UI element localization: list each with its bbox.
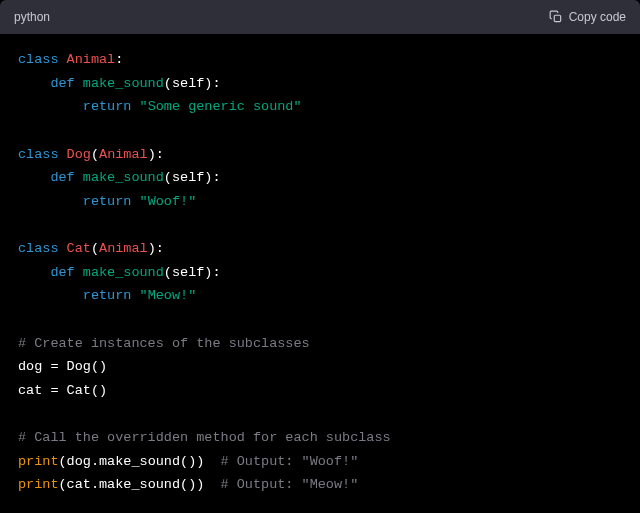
copy-code-button[interactable]: Copy code: [549, 10, 626, 24]
code-line: class Animal:: [18, 48, 622, 72]
code-token: ):: [148, 147, 164, 162]
code-header: python Copy code: [0, 0, 640, 34]
code-token: Animal: [99, 241, 148, 256]
code-line: [18, 213, 622, 237]
code-token: return: [83, 99, 140, 114]
code-token: # Output: "Meow!": [221, 477, 359, 492]
code-token: Animal: [99, 147, 148, 162]
code-block: python Copy code class Animal: def make_…: [0, 0, 640, 513]
code-token: (: [91, 241, 99, 256]
code-token: (: [164, 76, 172, 91]
code-token: ):: [204, 170, 220, 185]
code-token: [18, 265, 50, 280]
code-token: (dog.make_sound()): [59, 454, 221, 469]
code-line: return "Woof!": [18, 190, 622, 214]
code-line: def make_sound(self):: [18, 72, 622, 96]
code-line: [18, 402, 622, 426]
code-token: [18, 76, 50, 91]
code-token: make_sound: [83, 265, 164, 280]
code-token: [18, 194, 83, 209]
code-token: make_sound: [83, 170, 164, 185]
code-token: ):: [148, 241, 164, 256]
copy-code-label: Copy code: [569, 10, 626, 24]
code-token: (: [164, 265, 172, 280]
code-token: self: [172, 76, 204, 91]
code-line: def make_sound(self):: [18, 261, 622, 285]
code-body[interactable]: class Animal: def make_sound(self): retu…: [0, 34, 640, 511]
code-token: make_sound: [83, 76, 164, 91]
code-token: cat = Cat(): [18, 383, 107, 398]
code-token: print: [18, 477, 59, 492]
code-token: :: [115, 52, 123, 67]
code-token: class: [18, 147, 67, 162]
language-label: python: [14, 10, 50, 24]
code-token: ):: [204, 265, 220, 280]
code-token: def: [50, 76, 82, 91]
code-line: cat = Cat(): [18, 379, 622, 403]
code-token: self: [172, 265, 204, 280]
code-line: def make_sound(self):: [18, 166, 622, 190]
code-token: (: [91, 147, 99, 162]
code-line: class Dog(Animal):: [18, 143, 622, 167]
code-line: return "Some generic sound": [18, 95, 622, 119]
code-token: print: [18, 454, 59, 469]
code-token: "Meow!": [140, 288, 197, 303]
code-line: # Call the overridden method for each su…: [18, 426, 622, 450]
code-line: class Cat(Animal):: [18, 237, 622, 261]
code-token: def: [50, 170, 82, 185]
code-token: Dog: [67, 147, 91, 162]
code-token: self: [172, 170, 204, 185]
code-token: [18, 99, 83, 114]
code-token: return: [83, 288, 140, 303]
code-token: # Call the overridden method for each su…: [18, 430, 391, 445]
code-token: dog = Dog(): [18, 359, 107, 374]
code-token: [18, 288, 83, 303]
code-token: def: [50, 265, 82, 280]
code-token: Animal: [67, 52, 116, 67]
code-token: [18, 170, 50, 185]
code-token: return: [83, 194, 140, 209]
code-token: # Output: "Woof!": [221, 454, 359, 469]
code-line: # Create instances of the subclasses: [18, 332, 622, 356]
code-token: # Create instances of the subclasses: [18, 336, 310, 351]
code-line: print(dog.make_sound()) # Output: "Woof!…: [18, 450, 622, 474]
svg-rect-0: [554, 15, 560, 21]
code-line: print(cat.make_sound()) # Output: "Meow!…: [18, 473, 622, 497]
code-token: class: [18, 52, 67, 67]
code-token: Cat: [67, 241, 91, 256]
code-token: class: [18, 241, 67, 256]
code-token: ):: [204, 76, 220, 91]
clipboard-icon: [549, 10, 563, 24]
code-line: return "Meow!": [18, 284, 622, 308]
code-line: [18, 119, 622, 143]
code-token: (cat.make_sound()): [59, 477, 221, 492]
code-token: "Some generic sound": [140, 99, 302, 114]
code-token: "Woof!": [140, 194, 197, 209]
code-line: [18, 308, 622, 332]
code-token: (: [164, 170, 172, 185]
code-line: dog = Dog(): [18, 355, 622, 379]
